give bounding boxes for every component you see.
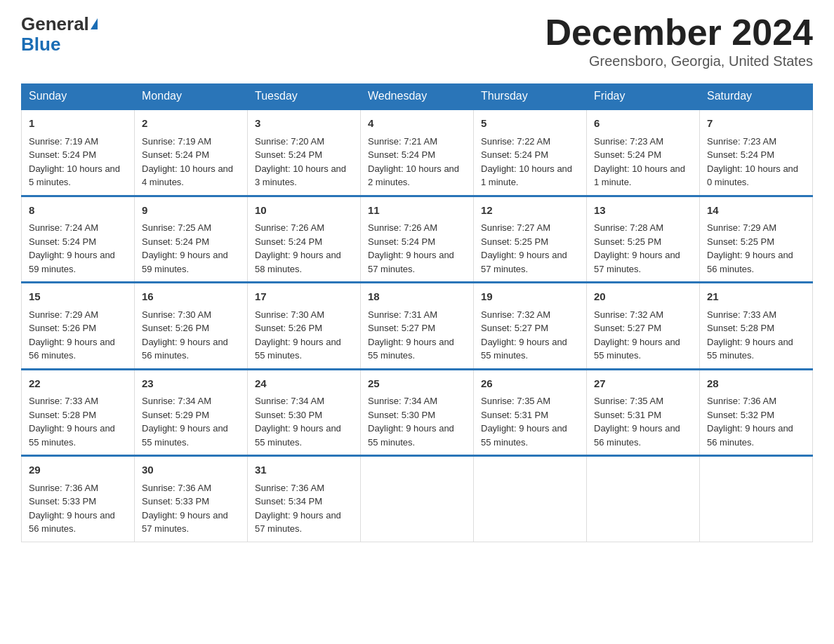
day-number: 10	[255, 203, 353, 219]
day-number: 8	[29, 203, 127, 219]
day-number: 15	[29, 289, 127, 305]
header-day-monday: Monday	[135, 84, 248, 109]
calendar-cell: 29Sunrise: 7:36 AMSunset: 5:33 PMDayligh…	[22, 456, 135, 542]
calendar-cell: 19Sunrise: 7:32 AMSunset: 5:27 PMDayligh…	[474, 283, 587, 370]
logo-blue-text: Blue	[21, 34, 60, 55]
day-info: Sunrise: 7:35 AMSunset: 5:31 PMDaylight:…	[481, 396, 567, 448]
calendar-cell: 2Sunrise: 7:19 AMSunset: 5:24 PMDaylight…	[135, 109, 248, 196]
day-number: 4	[368, 116, 466, 132]
day-info: Sunrise: 7:33 AMSunset: 5:28 PMDaylight:…	[707, 309, 793, 361]
month-title: December 2024	[545, 14, 813, 51]
day-info: Sunrise: 7:26 AMSunset: 5:24 PMDaylight:…	[368, 222, 454, 274]
day-number: 3	[255, 116, 353, 132]
day-number: 20	[594, 289, 692, 305]
day-info: Sunrise: 7:34 AMSunset: 5:30 PMDaylight:…	[255, 396, 341, 448]
day-info: Sunrise: 7:34 AMSunset: 5:29 PMDaylight:…	[142, 396, 228, 448]
day-info: Sunrise: 7:22 AMSunset: 5:24 PMDaylight:…	[481, 136, 572, 188]
calendar-cell	[587, 456, 700, 542]
calendar-cell: 10Sunrise: 7:26 AMSunset: 5:24 PMDayligh…	[248, 196, 361, 283]
day-number: 1	[29, 116, 127, 132]
day-number: 24	[255, 376, 353, 392]
day-info: Sunrise: 7:23 AMSunset: 5:24 PMDaylight:…	[594, 136, 685, 188]
day-number: 6	[594, 116, 692, 132]
day-number: 30	[142, 462, 240, 478]
calendar-cell: 24Sunrise: 7:34 AMSunset: 5:30 PMDayligh…	[248, 369, 361, 456]
day-info: Sunrise: 7:23 AMSunset: 5:24 PMDaylight:…	[707, 136, 798, 188]
calendar-cell: 18Sunrise: 7:31 AMSunset: 5:27 PMDayligh…	[361, 283, 474, 370]
page-header: General Blue December 2024 Greensboro, G…	[21, 14, 813, 69]
day-number: 11	[368, 203, 466, 219]
day-info: Sunrise: 7:29 AMSunset: 5:25 PMDaylight:…	[707, 222, 793, 274]
day-number: 26	[481, 376, 579, 392]
day-number: 12	[481, 203, 579, 219]
calendar-cell: 8Sunrise: 7:24 AMSunset: 5:24 PMDaylight…	[22, 196, 135, 283]
day-info: Sunrise: 7:25 AMSunset: 5:24 PMDaylight:…	[142, 222, 228, 274]
day-number: 7	[707, 116, 805, 132]
day-info: Sunrise: 7:36 AMSunset: 5:32 PMDaylight:…	[707, 396, 793, 448]
day-info: Sunrise: 7:27 AMSunset: 5:25 PMDaylight:…	[481, 222, 567, 274]
logo: General Blue	[21, 14, 98, 54]
calendar-cell: 16Sunrise: 7:30 AMSunset: 5:26 PMDayligh…	[135, 283, 248, 370]
day-number: 9	[142, 203, 240, 219]
day-number: 18	[368, 289, 466, 305]
calendar-cell: 23Sunrise: 7:34 AMSunset: 5:29 PMDayligh…	[135, 369, 248, 456]
day-info: Sunrise: 7:26 AMSunset: 5:24 PMDaylight:…	[255, 222, 341, 274]
day-info: Sunrise: 7:36 AMSunset: 5:34 PMDaylight:…	[255, 483, 341, 535]
title-area: December 2024 Greensboro, Georgia, Unite…	[545, 14, 813, 69]
header-day-friday: Friday	[587, 84, 700, 109]
calendar-cell: 30Sunrise: 7:36 AMSunset: 5:33 PMDayligh…	[135, 456, 248, 542]
day-number: 23	[142, 376, 240, 392]
day-info: Sunrise: 7:19 AMSunset: 5:24 PMDaylight:…	[29, 136, 120, 188]
calendar-cell: 9Sunrise: 7:25 AMSunset: 5:24 PMDaylight…	[135, 196, 248, 283]
calendar-header-row: SundayMondayTuesdayWednesdayThursdayFrid…	[22, 84, 813, 109]
header-day-wednesday: Wednesday	[361, 84, 474, 109]
day-info: Sunrise: 7:20 AMSunset: 5:24 PMDaylight:…	[255, 136, 346, 188]
day-info: Sunrise: 7:28 AMSunset: 5:25 PMDaylight:…	[594, 222, 680, 274]
day-info: Sunrise: 7:34 AMSunset: 5:30 PMDaylight:…	[368, 396, 454, 448]
day-number: 27	[594, 376, 692, 392]
day-number: 22	[29, 376, 127, 392]
day-number: 5	[481, 116, 579, 132]
calendar-week-3: 15Sunrise: 7:29 AMSunset: 5:26 PMDayligh…	[22, 283, 813, 370]
calendar-cell: 21Sunrise: 7:33 AMSunset: 5:28 PMDayligh…	[700, 283, 813, 370]
day-number: 16	[142, 289, 240, 305]
calendar-cell: 4Sunrise: 7:21 AMSunset: 5:24 PMDaylight…	[361, 109, 474, 196]
calendar-week-5: 29Sunrise: 7:36 AMSunset: 5:33 PMDayligh…	[22, 456, 813, 542]
day-info: Sunrise: 7:35 AMSunset: 5:31 PMDaylight:…	[594, 396, 680, 448]
calendar-table: SundayMondayTuesdayWednesdayThursdayFrid…	[21, 83, 813, 542]
calendar-cell: 13Sunrise: 7:28 AMSunset: 5:25 PMDayligh…	[587, 196, 700, 283]
day-info: Sunrise: 7:31 AMSunset: 5:27 PMDaylight:…	[368, 309, 454, 361]
day-number: 28	[707, 376, 805, 392]
day-info: Sunrise: 7:32 AMSunset: 5:27 PMDaylight:…	[481, 309, 567, 361]
calendar-cell: 6Sunrise: 7:23 AMSunset: 5:24 PMDaylight…	[587, 109, 700, 196]
logo-triangle-icon	[91, 18, 98, 29]
day-info: Sunrise: 7:30 AMSunset: 5:26 PMDaylight:…	[255, 309, 341, 361]
day-info: Sunrise: 7:29 AMSunset: 5:26 PMDaylight:…	[29, 309, 115, 361]
day-info: Sunrise: 7:30 AMSunset: 5:26 PMDaylight:…	[142, 309, 228, 361]
calendar-cell: 31Sunrise: 7:36 AMSunset: 5:34 PMDayligh…	[248, 456, 361, 542]
day-info: Sunrise: 7:21 AMSunset: 5:24 PMDaylight:…	[368, 136, 459, 188]
day-number: 14	[707, 203, 805, 219]
header-day-sunday: Sunday	[22, 84, 135, 109]
day-info: Sunrise: 7:36 AMSunset: 5:33 PMDaylight:…	[142, 483, 228, 535]
header-day-tuesday: Tuesday	[248, 84, 361, 109]
day-info: Sunrise: 7:19 AMSunset: 5:24 PMDaylight:…	[142, 136, 233, 188]
calendar-cell: 1Sunrise: 7:19 AMSunset: 5:24 PMDaylight…	[22, 109, 135, 196]
header-day-thursday: Thursday	[474, 84, 587, 109]
calendar-cell: 17Sunrise: 7:30 AMSunset: 5:26 PMDayligh…	[248, 283, 361, 370]
calendar-cell: 15Sunrise: 7:29 AMSunset: 5:26 PMDayligh…	[22, 283, 135, 370]
day-number: 31	[255, 462, 353, 478]
calendar-cell: 26Sunrise: 7:35 AMSunset: 5:31 PMDayligh…	[474, 369, 587, 456]
logo-general-text: General	[21, 14, 89, 34]
day-info: Sunrise: 7:33 AMSunset: 5:28 PMDaylight:…	[29, 396, 115, 448]
day-number: 19	[481, 289, 579, 305]
calendar-cell: 14Sunrise: 7:29 AMSunset: 5:25 PMDayligh…	[700, 196, 813, 283]
calendar-cell: 27Sunrise: 7:35 AMSunset: 5:31 PMDayligh…	[587, 369, 700, 456]
day-number: 13	[594, 203, 692, 219]
day-info: Sunrise: 7:24 AMSunset: 5:24 PMDaylight:…	[29, 222, 115, 274]
calendar-cell	[361, 456, 474, 542]
calendar-cell	[474, 456, 587, 542]
calendar-cell: 12Sunrise: 7:27 AMSunset: 5:25 PMDayligh…	[474, 196, 587, 283]
calendar-cell: 20Sunrise: 7:32 AMSunset: 5:27 PMDayligh…	[587, 283, 700, 370]
calendar-cell: 22Sunrise: 7:33 AMSunset: 5:28 PMDayligh…	[22, 369, 135, 456]
